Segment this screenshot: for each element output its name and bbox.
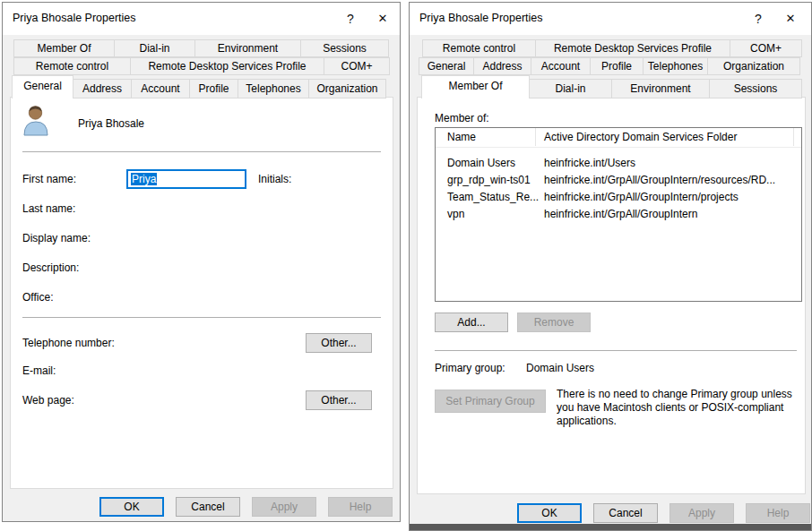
tab-dial-in[interactable]: Dial-in [529, 79, 612, 98]
tab-profile[interactable]: Profile [189, 79, 238, 98]
group-name: vpn [447, 208, 464, 220]
web-page-label: Web page: [22, 394, 74, 407]
set-primary-group-button[interactable]: Set Primary Group [435, 390, 546, 413]
close-icon[interactable]: ✕ [369, 9, 396, 29]
description-label: Description: [22, 261, 79, 274]
selected-text: Priya [131, 173, 157, 185]
tab-sessions[interactable]: Sessions [709, 79, 802, 98]
tab-row-1: Remote control Remote Desktop Services P… [422, 39, 804, 57]
close-icon[interactable]: ✕ [777, 9, 804, 29]
remove-button[interactable]: Remove [517, 313, 591, 332]
ok-button[interactable]: OK [99, 497, 164, 517]
tab-account[interactable]: Account [531, 57, 591, 75]
properties-dialog-member-of: Priya Bhosale Properties ? ✕ Remote cont… [409, 2, 812, 531]
tab-address[interactable]: Address [73, 79, 132, 98]
first-name-label: First name: [22, 173, 76, 185]
identity-name: Priya Bhosale [78, 117, 144, 130]
tab-general[interactable]: General [419, 57, 474, 75]
tab-dial-in[interactable]: Dial-in [114, 39, 195, 57]
ok-button[interactable]: OK [517, 503, 582, 523]
member-of-list[interactable]: Name Active Directory Domain Services Fo… [435, 127, 802, 302]
tab-remote-control[interactable]: Remote control [13, 57, 131, 75]
tab-address[interactable]: Address [473, 57, 531, 75]
tab-member-of[interactable]: Member Of [13, 39, 115, 57]
tab-account[interactable]: Account [131, 79, 190, 98]
tab-general[interactable]: General [12, 75, 73, 98]
tab-row-3: Member Of Dial-in Environment Sessions [421, 75, 804, 98]
primary-group-label: Primary group: [435, 362, 505, 374]
primary-group-value: Domain Users [526, 362, 594, 374]
group-row[interactable]: Team_Status_Re... heinfricke.int/GrpAll/… [436, 190, 801, 207]
tab-member-of[interactable]: Member Of [421, 75, 530, 98]
tab-rds-profile[interactable]: Remote Desktop Services Profile [130, 57, 324, 75]
last-name-label: Last name: [22, 202, 75, 215]
user-avatar-icon [21, 103, 51, 140]
tab-sessions[interactable]: Sessions [300, 39, 389, 57]
tab-row-2: Remote control Remote Desktop Services P… [13, 57, 392, 75]
apply-button[interactable]: Apply [252, 497, 316, 517]
column-header-folder[interactable]: Active Directory Domain Services Folder [544, 131, 737, 143]
tab-environment[interactable]: Environment [194, 39, 301, 57]
web-other-button[interactable]: Other... [306, 390, 372, 410]
group-folder: heinfricke.int/Users [544, 157, 635, 169]
tab-environment[interactable]: Environment [611, 79, 710, 98]
tab-remote-control[interactable]: Remote control [422, 39, 536, 57]
group-name: Domain Users [447, 157, 515, 169]
divider [22, 317, 381, 318]
initials-label: Initials: [258, 173, 291, 185]
general-tab-page [10, 97, 393, 489]
help-button[interactable]: Help [746, 503, 810, 523]
telephone-label: Telephone number: [22, 337, 115, 349]
column-header-name[interactable]: Name [447, 131, 476, 143]
divider [22, 151, 381, 152]
titlebar[interactable]: Priya Bhosale Properties ? ✕ [3, 3, 400, 35]
dialog-title: Priya Bhosale Properties [13, 12, 136, 24]
tab-telephones[interactable]: Telephones [643, 57, 708, 75]
help-icon[interactable]: ? [337, 9, 364, 29]
tab-row-1: Member Of Dial-in Environment Sessions [13, 39, 392, 57]
group-row[interactable]: grp_rdp_win-ts01 heinfricke.int/GrpAll/G… [436, 173, 801, 190]
list-header[interactable]: Name Active Directory Domain Services Fo… [436, 128, 801, 148]
tab-rds-profile[interactable]: Remote Desktop Services Profile [535, 39, 730, 57]
group-name: grp_rdp_win-ts01 [447, 174, 531, 186]
cancel-button[interactable]: Cancel [593, 503, 658, 523]
group-folder: heinfricke.int/GrpAll/GroupIntern/projec… [544, 191, 739, 203]
tab-telephones[interactable]: Telephones [238, 79, 309, 98]
tab-row-2: General Address Account Profile Telephon… [419, 57, 804, 75]
member-of-label: Member of: [435, 112, 489, 124]
help-button[interactable]: Help [328, 497, 393, 517]
group-folder: heinfricke.int/GrpAll/GroupIntern [544, 208, 697, 220]
window-bottom-edge [410, 524, 811, 530]
tab-organization[interactable]: Organization [308, 79, 386, 98]
group-row[interactable]: vpn heinfricke.int/GrpAll/GroupIntern [436, 207, 801, 224]
tab-profile[interactable]: Profile [590, 57, 644, 75]
telephone-other-button[interactable]: Other... [306, 333, 372, 353]
properties-dialog-general: Priya Bhosale Properties ? ✕ Member Of D… [2, 2, 401, 522]
cancel-button[interactable]: Cancel [176, 497, 240, 517]
group-row[interactable]: Domain Users heinfricke.int/Users [436, 156, 801, 173]
tab-row-3: General Address Account Profile Telephon… [12, 75, 393, 98]
titlebar[interactable]: Priya Bhosale Properties ? ✕ [410, 3, 811, 35]
dialog-title: Priya Bhosale Properties [419, 12, 543, 24]
column-divider[interactable] [535, 128, 536, 146]
tab-com-plus[interactable]: COM+ [324, 57, 390, 75]
group-name: Team_Status_Re... [447, 191, 539, 203]
group-list: Domain Users heinfricke.int/Users grp_rd… [436, 148, 801, 224]
divider [435, 350, 797, 351]
tab-com-plus[interactable]: COM+ [730, 39, 802, 57]
display-name-label: Display name: [22, 232, 91, 244]
primary-group-note: There is no need to change Primary group… [557, 388, 806, 428]
apply-button[interactable]: Apply [669, 503, 734, 523]
tab-organization[interactable]: Organization [707, 57, 800, 75]
column-divider[interactable] [793, 128, 794, 146]
email-label: E-mail: [22, 364, 56, 377]
add-button[interactable]: Add... [435, 313, 508, 332]
help-icon[interactable]: ? [745, 9, 772, 29]
group-folder: heinfricke.int/GrpAll/GroupIntern/resour… [544, 174, 775, 186]
office-label: Office: [22, 291, 53, 304]
first-name-input[interactable]: Priya [126, 169, 246, 189]
